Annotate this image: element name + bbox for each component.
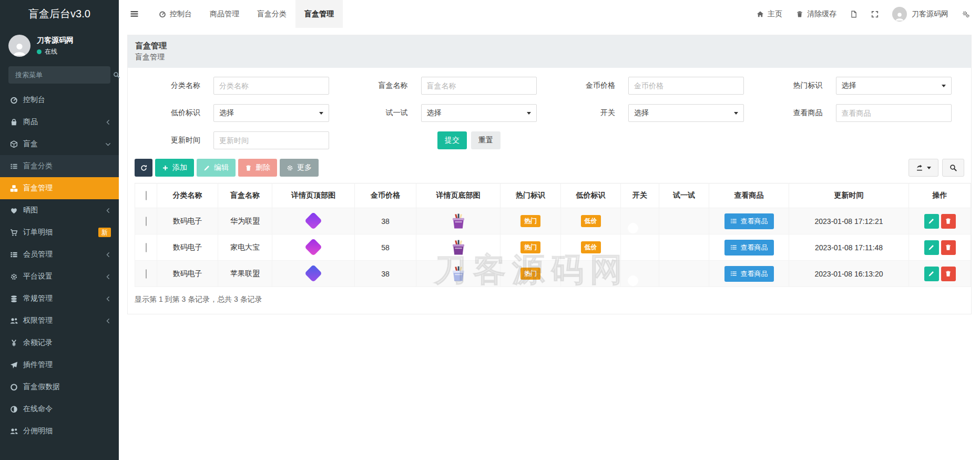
- submit-button[interactable]: 提交: [437, 131, 467, 149]
- row-delete-button[interactable]: [941, 267, 956, 281]
- trash-icon: [945, 244, 952, 251]
- file-button[interactable]: [850, 11, 858, 18]
- filter-label-cheap-flag: 低价标识: [135, 108, 213, 118]
- top-image-cell: [272, 234, 355, 261]
- top-image-cell: [272, 261, 355, 287]
- add-label: 添加: [172, 163, 187, 172]
- updated-cell: 2023-01-08 17:11:48: [789, 234, 909, 261]
- online-dot-icon: [37, 49, 42, 54]
- sidebar-item-label: 盲盒分类: [23, 161, 53, 171]
- view-goods-button[interactable]: 查看商品: [724, 266, 774, 282]
- sidebar-item-box-manage[interactable]: 盲盒管理: [0, 177, 119, 199]
- search-icon[interactable]: [113, 71, 120, 78]
- select-all-checkbox[interactable]: [146, 191, 147, 200]
- sidebar-item-orders[interactable]: 订单明细新: [0, 221, 119, 243]
- actions-cell: [909, 208, 971, 234]
- column-header-8: 开关: [621, 183, 659, 208]
- row-edit-button[interactable]: [924, 267, 939, 281]
- try-flag-select[interactable]: 选择: [421, 104, 537, 122]
- sidebar-item-members[interactable]: 会员管理: [0, 243, 119, 265]
- sidebar-item-dashboard[interactable]: 控制台: [0, 89, 119, 111]
- sidebar-item-platform[interactable]: 平台设置: [0, 265, 119, 288]
- bottom-image-cell: [416, 208, 501, 234]
- table-search-button[interactable]: [942, 159, 964, 177]
- tab-box-category[interactable]: 盲盒分类: [248, 0, 295, 28]
- column-header-1: 分类名称: [157, 183, 218, 208]
- view-goods-button[interactable]: 查看商品: [724, 240, 774, 255]
- refresh-icon: [140, 165, 147, 171]
- row-edit-button[interactable]: [924, 214, 939, 229]
- table-row: 数码电子华为联盟38热门低价查看商品2023-01-08 17:12:21: [135, 208, 971, 234]
- hot-badge: 热门: [520, 241, 540, 253]
- sidebar-item-goods[interactable]: 商品: [0, 111, 119, 133]
- view-goods-button[interactable]: 查看商品: [724, 213, 774, 229]
- category-cell: 数码电子: [157, 234, 218, 261]
- hamburger-icon[interactable]: [119, 9, 150, 18]
- sidebar-item-balance[interactable]: 余额记录: [0, 332, 119, 354]
- sidebar-item-online-command[interactable]: 在线命令: [0, 398, 119, 420]
- switch-select[interactable]: 选择: [628, 104, 744, 122]
- hot-cell: 热门: [501, 234, 561, 261]
- hot-badge: 热门: [520, 268, 540, 280]
- tab-box-manage[interactable]: 盲盒管理: [295, 0, 343, 28]
- column-header-12: 操作: [909, 183, 971, 208]
- chevron-left-icon: [105, 318, 111, 324]
- sidebar-item-permissions[interactable]: 权限管理: [0, 310, 119, 332]
- cheap-flag-select[interactable]: 选择: [213, 104, 329, 122]
- price-cell: 58: [355, 234, 416, 261]
- row-edit-button[interactable]: [924, 240, 939, 255]
- sidebar-item-plugins[interactable]: 插件管理: [0, 354, 119, 376]
- sidebar-item-box-fake-data[interactable]: 盲盒假数据: [0, 376, 119, 398]
- trash-icon: [945, 270, 952, 277]
- row-checkbox[interactable]: [146, 217, 147, 226]
- sidebar-item-box-category[interactable]: 盲盒分类: [0, 155, 119, 177]
- category-name-input[interactable]: [213, 77, 329, 95]
- reset-button[interactable]: 重置: [471, 131, 501, 149]
- view-goods-input[interactable]: [836, 104, 952, 122]
- toolbar-right: [908, 159, 964, 177]
- hot-flag-select[interactable]: 选择: [836, 77, 952, 95]
- coin-price-input[interactable]: [628, 77, 744, 95]
- sidebar-item-commission[interactable]: 分佣明细: [0, 420, 119, 442]
- sidebar-item-label: 晒图: [23, 206, 38, 215]
- clear-cache-link[interactable]: 清除缓存: [796, 9, 836, 19]
- refresh-button[interactable]: [135, 159, 152, 177]
- navbar-user[interactable]: 刀客源码网: [892, 7, 948, 22]
- purple-gift-box: [450, 239, 467, 256]
- tab-dashboard[interactable]: 控制台: [150, 0, 201, 28]
- pencil-icon: [928, 244, 935, 251]
- edit-button[interactable]: 编辑: [197, 159, 236, 177]
- try-cell: [659, 208, 709, 234]
- database-icon: [10, 295, 18, 303]
- caret-down-icon: [734, 112, 738, 115]
- sidebar-item-photos[interactable]: 晒图: [0, 199, 119, 221]
- add-button[interactable]: 添加: [155, 159, 194, 177]
- sidebar-item-label: 权限管理: [23, 316, 53, 325]
- actions-cell: [909, 261, 971, 287]
- sidebar-item-general[interactable]: 常规管理: [0, 288, 119, 310]
- update-time-input[interactable]: [213, 131, 329, 149]
- row-checkbox-cell: [135, 234, 157, 261]
- column-header-10: 查看商品: [709, 183, 789, 208]
- sidebar-search-input[interactable]: [14, 70, 109, 79]
- delete-button[interactable]: 删除: [238, 159, 277, 177]
- navbar-right: 主页 清除缓存 刀客源码网: [757, 7, 980, 22]
- bottom-image-cell: [416, 261, 501, 287]
- more-button[interactable]: 更多: [280, 159, 319, 177]
- sidebar-item-box[interactable]: 盲盒: [0, 133, 119, 155]
- table-toolbar: 添加 编辑 删除 更多: [135, 159, 964, 177]
- export-button[interactable]: [908, 159, 938, 177]
- view-goods-cell: 查看商品: [709, 261, 789, 287]
- sidebar-item-label: 常规管理: [23, 294, 53, 303]
- home-link[interactable]: 主页: [757, 9, 782, 19]
- sidebar-item-label: 订单明细: [23, 228, 53, 237]
- row-checkbox[interactable]: [146, 243, 147, 252]
- settings-button[interactable]: [962, 11, 969, 18]
- category-cell: 数码电子: [157, 208, 218, 234]
- box-name-input[interactable]: [421, 77, 537, 95]
- row-delete-button[interactable]: [941, 214, 956, 229]
- fullscreen-button[interactable]: [871, 11, 879, 18]
- row-delete-button[interactable]: [941, 240, 956, 255]
- row-checkbox[interactable]: [146, 269, 147, 279]
- tab-goods-manage[interactable]: 商品管理: [201, 0, 248, 28]
